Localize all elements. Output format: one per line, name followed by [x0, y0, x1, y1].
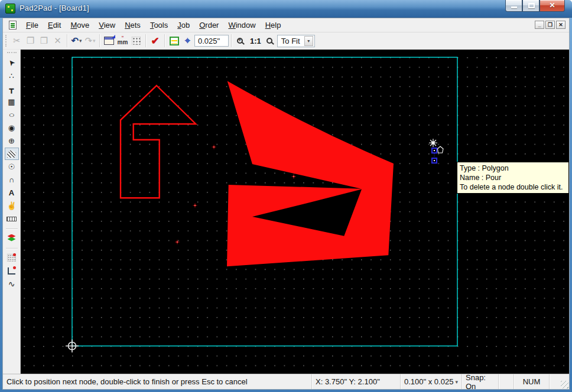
undo-icon: ↶ — [71, 35, 79, 46]
ellipse-icon: ○ — [8, 110, 15, 119]
window-title: Pad2Pad - [Board1] — [20, 4, 89, 12]
menu-bar: File Edit Move View Nets Tools Job Order… — [3, 18, 569, 32]
minimize-button[interactable] — [505, 0, 522, 12]
add-pad-tool-button[interactable]: ◉ — [5, 122, 19, 134]
menu-window[interactable]: Window — [223, 19, 260, 31]
toolbar-separator — [164, 34, 165, 47]
arc-icon: ∩ — [9, 175, 14, 184]
close-icon: ✕ — [540, 1, 564, 9]
mdi-close-button[interactable]: ✕ — [556, 21, 566, 29]
add-testpoint-tool-button[interactable]: ⊕ — [5, 135, 19, 147]
layers-icon — [7, 234, 17, 243]
menu-nets[interactable]: Nets — [120, 19, 145, 31]
grid-size-combo[interactable]: 0.100" x 0.025 ▾ — [400, 374, 462, 389]
status-blank-panel — [498, 374, 514, 389]
board-canvas[interactable]: Type : Polygon Name : Pour To delete a n… — [21, 50, 569, 374]
zoom-out-button[interactable] — [264, 34, 277, 48]
pad-icon: ◉ — [8, 123, 15, 132]
tooltip-name: Name : Pour — [460, 173, 566, 182]
tool-palette: ➤ ∴ ┳ ▦ ○ ◉ ⊕ ☉ ∩ A ✌ ∿ — [3, 50, 21, 374]
testpoint-icon: ⊕ — [8, 136, 15, 145]
palette-separator — [6, 248, 18, 249]
close-button[interactable]: ✕ — [540, 0, 565, 12]
menu-order[interactable]: Order — [194, 19, 223, 31]
zoom-in-icon: + — [237, 38, 243, 44]
mdi-minimize-button[interactable]: _ — [535, 21, 544, 29]
resize-grip[interactable] — [561, 381, 568, 388]
pan-tool-button[interactable]: ✌ — [5, 200, 19, 212]
palette-grip[interactable] — [7, 52, 17, 53]
maximize-button[interactable] — [522, 0, 540, 12]
grid-combo-arrow-icon: ▾ — [455, 379, 458, 385]
add-arc-tool-button[interactable]: ∩ — [5, 174, 19, 186]
menu-move[interactable]: Move — [66, 19, 94, 31]
menu-tools[interactable]: Tools — [145, 19, 173, 31]
select-tool-button[interactable]: ➤ — [5, 57, 19, 69]
toolbar-separator — [67, 34, 67, 47]
properties-button[interactable] — [102, 34, 116, 48]
menu-help[interactable]: Help — [261, 19, 286, 31]
snap-indicator[interactable]: Snap: On — [462, 374, 498, 389]
redo-button[interactable]: ↷▾ — [83, 34, 97, 48]
menu-file[interactable]: File — [21, 19, 43, 31]
cursor-coordinates: X: 3.750" Y: 2.100" — [311, 374, 400, 389]
app-window: Pad2Pad - [Board1] ✕ File Edit Move View… — [0, 0, 572, 392]
delete-button[interactable]: ✕ — [51, 34, 64, 48]
zoom-fit-combo[interactable]: To Fit ▾ — [277, 35, 315, 47]
add-polygon-tool-button[interactable] — [5, 148, 19, 160]
check-icon: ✔ — [151, 35, 159, 47]
redo-icon: ↷ — [84, 35, 92, 46]
mdi-restore-button[interactable]: ❐ — [545, 21, 555, 29]
pour-tool-button[interactable] — [5, 251, 19, 264]
menu-job[interactable]: Job — [173, 19, 194, 31]
title-bar: Pad2Pad - [Board1] ✕ — [0, 0, 572, 18]
keepout-tool-button[interactable] — [5, 264, 19, 277]
position-button[interactable]: ⌖ — [181, 34, 194, 48]
grid-size-value: 0.100" x 0.025 — [404, 377, 453, 386]
grid-settings-icon — [132, 37, 141, 45]
copy-icon: ❐ — [27, 35, 34, 46]
text-tool-icon: A — [9, 188, 14, 197]
net-tool-icon: ┳ — [9, 84, 14, 93]
copy-button[interactable]: ❐ — [24, 34, 37, 48]
delete-icon: ✕ — [54, 35, 61, 46]
mdi-window-buttons: _ ❐ ✕ — [535, 21, 566, 29]
zoom-in-button[interactable]: + — [234, 34, 248, 48]
layers-button[interactable] — [5, 232, 19, 244]
curve-tool-button[interactable]: ∿ — [5, 277, 19, 290]
add-circle-tool-button[interactable]: ☉ — [5, 161, 19, 173]
grid-settings-button[interactable] — [129, 34, 143, 48]
add-component-tool-button[interactable]: ▦ — [5, 96, 19, 108]
menu-view[interactable]: View — [94, 19, 120, 31]
position-icon: ⌖ — [185, 35, 190, 46]
paste-icon: ❒ — [40, 35, 48, 46]
undo-button[interactable]: ↶▾ — [70, 34, 83, 48]
add-net-tool-button[interactable]: ┳ — [5, 83, 19, 95]
layout-button[interactable] — [167, 34, 181, 48]
add-text-tool-button[interactable]: A — [5, 187, 19, 199]
status-message: Click to position next node, double-clic… — [3, 374, 311, 389]
ruler-icon — [6, 217, 17, 221]
toolbar-grip[interactable] — [5, 35, 8, 47]
layout-icon — [170, 37, 179, 45]
board-drawing — [21, 50, 569, 374]
cut-icon: ✂ — [13, 35, 21, 46]
circle-icon: ☉ — [8, 162, 15, 171]
status-blank-panel — [549, 374, 569, 389]
curve-icon: ∿ — [8, 279, 15, 289]
menu-edit[interactable]: Edit — [43, 19, 66, 31]
measure-tool-button[interactable] — [5, 213, 19, 225]
edit-nodes-icon: ∴ — [9, 71, 14, 80]
numlock-indicator: NUM — [514, 374, 549, 389]
cut-button[interactable]: ✂ — [10, 34, 24, 48]
paste-button[interactable]: ❒ — [37, 34, 51, 48]
zoom-ratio-button[interactable]: 1:1 — [250, 37, 261, 45]
toolbar-separator — [145, 34, 146, 47]
design-check-button[interactable]: ✔ — [148, 34, 162, 48]
units-icon: ” mm — [118, 37, 128, 45]
grid-size-field[interactable]: 0.025" — [194, 35, 229, 47]
edit-nodes-tool-button[interactable]: ∴ — [5, 70, 19, 82]
units-toggle-button[interactable]: ” mm — [116, 34, 129, 48]
combo-arrow-icon[interactable]: ▾ — [304, 36, 313, 46]
add-ellipse-tool-button[interactable]: ○ — [5, 109, 19, 121]
